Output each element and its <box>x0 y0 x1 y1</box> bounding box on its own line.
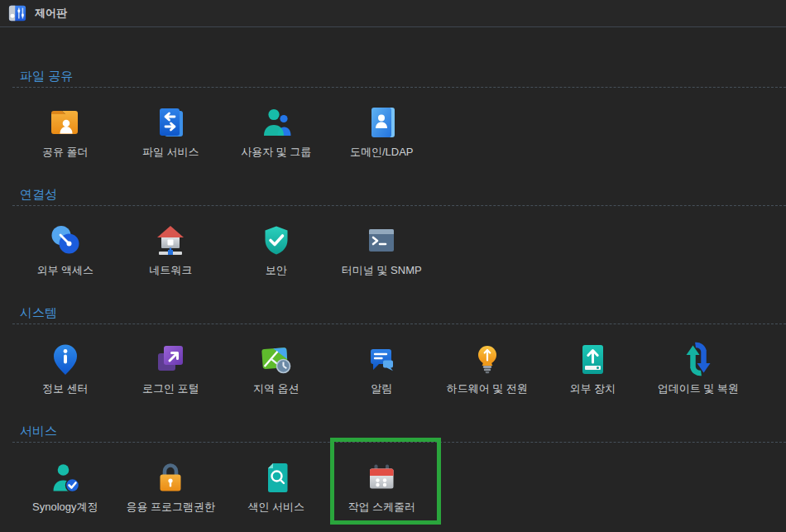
item-label: 색인 서비스 <box>247 501 304 513</box>
item-label: 알림 <box>371 382 392 395</box>
synology-account-icon <box>47 459 84 496</box>
item-label: 터미널 및 SNMP <box>342 264 422 276</box>
item-security[interactable]: 보안 <box>223 223 329 276</box>
section-title: 파일 공유 <box>20 69 786 87</box>
item-label: 외부 장치 <box>569 382 616 395</box>
item-domain-ldap[interactable]: 도메인/LDAP <box>329 104 435 158</box>
user-group-icon <box>258 104 295 141</box>
item-user-group[interactable]: 사용자 및 그룹 <box>223 104 329 158</box>
info-center-icon <box>47 341 84 377</box>
item-label: 사용자 및 그룹 <box>241 146 311 158</box>
item-label: 외부 액세스 <box>36 264 93 276</box>
item-regional-options[interactable]: 지역 옵션 <box>223 341 329 395</box>
item-info-center[interactable]: 정보 센터 <box>12 341 118 395</box>
hardware-power-icon <box>469 341 506 377</box>
item-label: 정보 센터 <box>42 382 89 395</box>
login-portal-icon <box>152 341 189 377</box>
page-title: 제어판 <box>35 6 67 21</box>
titlebar: 제어판 <box>0 0 786 27</box>
item-label: 네트워크 <box>149 264 192 276</box>
section-connectivity: 연결성 외부 액세스 <box>12 187 786 276</box>
item-network[interactable]: 네트워크 <box>118 223 224 276</box>
item-label: 도메인/LDAP <box>350 146 414 158</box>
item-label: 파일 서비스 <box>142 146 199 158</box>
item-label: 보안 <box>266 264 287 276</box>
item-app-privileges[interactable]: 응용 프로그램권한 <box>118 459 224 513</box>
file-services-icon <box>152 104 189 141</box>
security-shield-icon <box>258 223 295 259</box>
item-hardware-power[interactable]: 하드웨어 및 전원 <box>434 341 540 395</box>
item-label: 지역 옵션 <box>253 382 300 395</box>
item-indexing-service[interactable]: 색인 서비스 <box>223 459 329 513</box>
terminal-icon <box>363 223 400 259</box>
item-label: 로그인 포털 <box>142 382 199 395</box>
domain-ldap-icon <box>363 104 400 141</box>
item-update-restore[interactable]: 업데이트 및 복원 <box>645 341 751 395</box>
shared-folder-icon <box>47 104 84 141</box>
section-system: 시스템 정보 센터 <box>12 305 786 395</box>
item-notifications[interactable]: 알림 <box>329 341 435 395</box>
app-privileges-icon <box>152 459 189 496</box>
control-panel-grid: 파일 공유 공유 폴더 <box>0 27 786 513</box>
section-title: 서비스 <box>20 424 786 442</box>
external-access-icon <box>47 223 84 259</box>
item-label: 작업 스케줄러 <box>347 501 415 513</box>
item-label: 업데이트 및 복원 <box>658 382 739 395</box>
item-label: 공유 폴더 <box>42 146 89 158</box>
section-services: 서비스 Synology계정 <box>12 424 786 513</box>
item-label: Synology계정 <box>32 501 98 513</box>
section-title: 시스템 <box>20 305 786 324</box>
regional-options-icon <box>258 341 295 377</box>
item-label: 하드웨어 및 전원 <box>447 382 528 395</box>
item-login-portal[interactable]: 로그인 포털 <box>118 341 224 395</box>
item-external-devices[interactable]: 외부 장치 <box>540 341 646 395</box>
control-panel-icon <box>8 4 26 22</box>
section-file-sharing: 파일 공유 공유 폴더 <box>12 69 786 158</box>
task-scheduler-icon <box>363 459 400 496</box>
network-icon <box>152 223 189 259</box>
indexing-service-icon <box>258 459 295 496</box>
item-synology-account[interactable]: Synology계정 <box>12 459 118 513</box>
section-title: 연결성 <box>20 187 786 205</box>
item-external-access[interactable]: 외부 액세스 <box>12 223 118 276</box>
item-label: 응용 프로그램권한 <box>126 501 215 513</box>
external-devices-icon <box>574 341 611 377</box>
item-shared-folder[interactable]: 공유 폴더 <box>12 104 118 158</box>
item-file-services[interactable]: 파일 서비스 <box>118 104 224 158</box>
item-terminal-snmp[interactable]: 터미널 및 SNMP <box>329 223 435 276</box>
notifications-icon <box>363 341 400 377</box>
item-task-scheduler[interactable]: 작업 스케줄러 <box>329 459 435 513</box>
update-restore-icon <box>680 341 717 377</box>
